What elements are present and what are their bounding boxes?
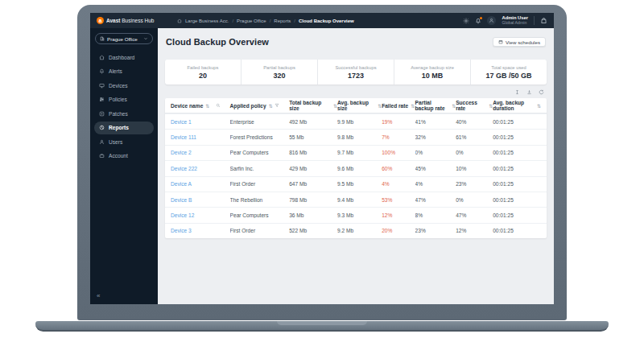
applied-policy-cell: Sarfin Inc. xyxy=(230,166,290,171)
laptop-base xyxy=(35,321,609,332)
breadcrumb-separator: / xyxy=(270,19,271,23)
user-icon xyxy=(99,139,105,145)
total-backup-size-cell: 798 Mb xyxy=(289,197,337,203)
summary-stats: Failed backups 20 Partial backups 320 Su… xyxy=(165,60,547,84)
notifications-bell-icon[interactable] xyxy=(475,18,481,24)
main-content: Cloud Backup Overview View schedules Fai… xyxy=(158,28,554,304)
device-link[interactable]: Device B xyxy=(171,197,192,203)
breadcrumb-item[interactable]: Prague Office xyxy=(237,19,266,23)
sidebar-item-policies[interactable]: Policies xyxy=(94,93,154,106)
partial-backup-rate-cell: 23% xyxy=(415,228,456,233)
total-backup-size-cell: 429 Mb xyxy=(289,166,337,171)
monitor-icon xyxy=(99,83,105,89)
breadcrumb-item[interactable]: Large Business Acc. xyxy=(185,19,229,23)
sidebar-collapse-button[interactable]: « xyxy=(90,287,158,304)
device-name-cell: Device B xyxy=(171,197,230,203)
avg-backup-size-cell: 9.8 Mb xyxy=(337,134,382,140)
avg-backup-size-cell: 9.6 Mb xyxy=(337,166,382,171)
briefcase-icon xyxy=(99,153,105,159)
topbar: a Avast Business Hub Large Business Acc.… xyxy=(90,13,554,28)
table-row: Device B The Rebellion 798 Mb 9.4 Mb 53%… xyxy=(165,192,547,207)
device-link[interactable]: Device A xyxy=(171,181,192,187)
avg-backup-size-cell: 9.7 Mb xyxy=(337,150,382,155)
brand-logo[interactable]: a Avast Business Hub xyxy=(97,17,174,24)
partial-backup-rate-cell: 41% xyxy=(415,119,456,125)
device-link[interactable]: Device 12 xyxy=(171,212,194,218)
sort-icon[interactable]: ⇅ xyxy=(269,103,273,109)
device-link[interactable]: Device 2 xyxy=(171,150,192,155)
topbar-actions: Admin User Global Admin xyxy=(463,15,547,26)
device-name-cell: Device 2 xyxy=(171,150,230,155)
device-name-cell: Device 222 xyxy=(171,166,230,171)
total-backup-size-cell: 36 Mb xyxy=(289,212,337,218)
success-rate-cell: 0% xyxy=(456,197,493,203)
breadcrumb-current: Cloud Backup Overview xyxy=(299,19,354,23)
view-schedules-button[interactable]: View schedules xyxy=(493,37,546,47)
filter-funnel-icon[interactable] xyxy=(275,103,279,108)
stat-partial-backups: Partial backups 320 xyxy=(241,60,317,84)
sort-icon[interactable]: ⇅ xyxy=(411,103,415,109)
device-link[interactable]: Device 222 xyxy=(171,166,197,171)
breadcrumb-item[interactable]: Reports xyxy=(274,19,291,23)
avg-backup-duration-cell: 00:01:25 xyxy=(493,134,541,140)
table-row: Device 222 Sarfin Inc. 429 Mb 9.6 Mb 60%… xyxy=(165,160,547,175)
sort-icon[interactable]: ⇅ xyxy=(537,103,541,109)
sidebar-item-alerts[interactable]: Alerts xyxy=(94,65,154,78)
sidebar-item-account[interactable]: Account xyxy=(94,150,154,163)
user-avatar[interactable] xyxy=(487,16,496,25)
chevron-down-icon xyxy=(143,36,148,41)
table-body: Device 1 Enterprise 492 Mb 9.9 Mb 19% 41… xyxy=(165,113,547,238)
column-header-applied-policy[interactable]: Applied policy ⇅ xyxy=(230,103,290,109)
avg-backup-duration-cell: 00:01:25 xyxy=(493,150,541,155)
device-link[interactable]: Device 111 xyxy=(171,134,196,140)
table-header: Device name ⇅ Applied policy ⇅ xyxy=(165,98,547,113)
column-header-success-rate[interactable]: Success rate⇅ xyxy=(456,100,493,111)
failed-rate-cell: 100% xyxy=(382,150,415,155)
store-bag-icon[interactable] xyxy=(540,17,547,24)
search-icon[interactable] xyxy=(216,103,221,108)
sidebar-nav: Dashboard Alerts Devices Policies xyxy=(90,51,158,163)
stat-total-space-used: Total space used 17 GB /50 GB xyxy=(470,60,547,84)
sidebar-item-users[interactable]: Users xyxy=(94,135,154,148)
download-icon[interactable] xyxy=(526,89,532,95)
applied-policy-cell: Forest Predictions xyxy=(230,134,290,140)
sidebar-item-devices[interactable]: Devices xyxy=(94,79,154,92)
laptop-base-notch xyxy=(277,321,367,325)
column-header-avg-backup-size[interactable]: Avg. backup size⇅ xyxy=(337,100,382,111)
sort-icon[interactable]: ⇅ xyxy=(205,103,209,109)
avast-logo-icon: a xyxy=(97,17,104,24)
sidebar-item-patches[interactable]: Patches xyxy=(94,107,154,120)
avg-backup-duration-cell: 00:01:25 xyxy=(493,197,541,203)
partial-backup-rate-cell: 4% xyxy=(415,181,456,187)
total-backup-size-cell: 55 Mb xyxy=(289,134,337,140)
breadcrumb-separator: / xyxy=(294,19,295,23)
device-name-cell: Device A xyxy=(171,181,230,187)
column-header-total-backup-size[interactable]: Total backup size⇅ xyxy=(289,100,337,111)
refresh-icon[interactable] xyxy=(539,89,544,95)
applied-policy-cell: Pear Computers xyxy=(230,212,290,218)
table-toolbar xyxy=(165,89,544,95)
user-menu[interactable]: Admin User Global Admin xyxy=(502,15,528,26)
sidebar-item-dashboard[interactable]: Dashboard xyxy=(94,51,154,64)
settings-gear-icon[interactable] xyxy=(463,18,469,24)
device-name-cell: Device 1 xyxy=(171,119,230,125)
avg-backup-size-cell: 9.4 Mb xyxy=(337,197,382,203)
device-link[interactable]: Device 1 xyxy=(171,119,192,125)
success-rate-cell: 10% xyxy=(456,166,493,171)
total-backup-size-cell: 816 Mb xyxy=(289,150,337,155)
column-header-avg-backup-duration[interactable]: Avg. backup duration⇅ xyxy=(493,100,541,111)
laptop-mockup: a Avast Business Hub Large Business Acc.… xyxy=(0,0,644,338)
org-selector[interactable]: Prague Office xyxy=(95,33,153,44)
column-header-failed-rate[interactable]: Failed rate⇅ xyxy=(382,103,415,109)
home-icon[interactable] xyxy=(177,19,182,23)
bell-icon xyxy=(99,68,105,74)
column-header-partial-backup-rate[interactable]: Partial backup rate⇅ xyxy=(415,100,456,111)
row-height-icon[interactable] xyxy=(514,89,520,95)
device-link[interactable]: Device 3 xyxy=(171,228,192,233)
column-header-device-name[interactable]: Device name ⇅ xyxy=(171,103,230,109)
device-name-cell: Device 3 xyxy=(171,228,230,233)
sidebar-item-reports[interactable]: Reports xyxy=(94,122,154,134)
partial-backup-rate-cell: 8% xyxy=(415,212,456,218)
app-screen: a Avast Business Hub Large Business Acc.… xyxy=(90,13,554,304)
applied-policy-cell: Pear Computers xyxy=(230,150,290,155)
